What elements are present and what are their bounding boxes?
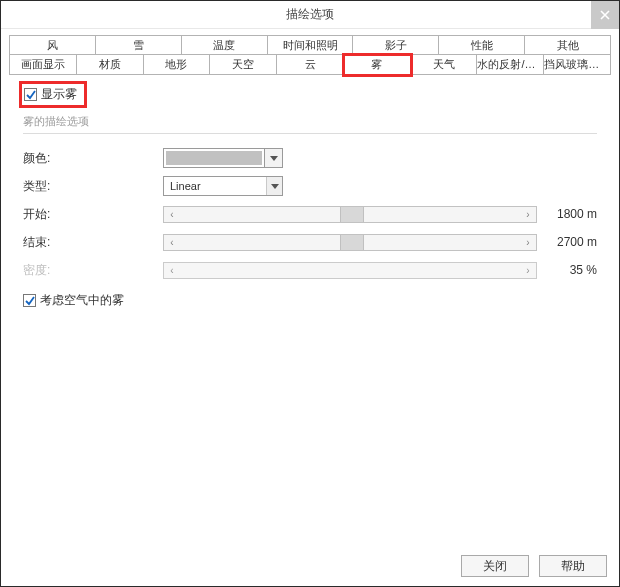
label-density: 密度:	[23, 262, 163, 279]
label-color: 颜色:	[23, 150, 163, 167]
dialog-title: 描绘选项	[286, 6, 334, 23]
show-fog-checkbox[interactable]	[24, 88, 37, 101]
dialog-window: 描绘选项 风 雪 温度 时间和照明 影子 性能 其他 画面显示 材质 地形 天空…	[0, 0, 620, 587]
fog-options-group: 雾的描绘选项 颜色: 类型: Linear	[23, 114, 597, 309]
tab-terrain[interactable]: 地形	[144, 55, 211, 75]
color-swatch	[166, 151, 262, 165]
consider-air-label: 考虑空气中的雾	[40, 292, 124, 309]
tab-material[interactable]: 材质	[77, 55, 144, 75]
start-slider[interactable]: ‹ ›	[163, 206, 537, 223]
tab-windshield-rain[interactable]: 挡风玻璃上的雨水	[544, 55, 611, 75]
tab-time-lighting[interactable]: 时间和照明	[268, 35, 354, 55]
color-dropdown[interactable]	[163, 148, 283, 168]
row-color: 颜色:	[23, 144, 597, 172]
slider-right-arrow: ›	[520, 265, 536, 276]
tab-weather[interactable]: 天气	[411, 55, 478, 75]
slider-left-arrow[interactable]: ‹	[164, 237, 180, 248]
tabs: 风 雪 温度 时间和照明 影子 性能 其他 画面显示 材质 地形 天空 云 雾 …	[1, 29, 619, 75]
titlebar: 描绘选项	[1, 1, 619, 29]
row-density: 密度: ‹ › 35 %	[23, 256, 597, 284]
label-type: 类型:	[23, 178, 163, 195]
close-button[interactable]: 关闭	[461, 555, 529, 577]
chevron-down-icon	[271, 184, 279, 189]
density-slider: ‹ ›	[163, 262, 537, 279]
slider-left-arrow: ‹	[164, 265, 180, 276]
consider-air-row: 考虑空气中的雾	[23, 292, 124, 309]
tab-shadow[interactable]: 影子	[353, 35, 439, 55]
tab-cloud[interactable]: 云	[277, 55, 344, 75]
close-icon[interactable]	[591, 1, 619, 29]
type-select-value: Linear	[164, 180, 266, 192]
slider-track[interactable]	[180, 207, 520, 222]
dialog-footer: 关闭 帮助	[1, 546, 619, 586]
slider-left-arrow[interactable]: ‹	[164, 209, 180, 220]
consider-air-checkbox[interactable]	[23, 294, 36, 307]
density-value: 35 %	[537, 263, 597, 277]
type-select-button[interactable]	[266, 177, 282, 195]
slider-track	[180, 263, 520, 278]
slider-thumb[interactable]	[340, 207, 364, 222]
tab-wind[interactable]: 风	[9, 35, 96, 55]
tab-performance[interactable]: 性能	[439, 35, 525, 55]
row-end: 结束: ‹ › 2700 m	[23, 228, 597, 256]
show-fog-label: 显示雾	[41, 86, 77, 103]
slider-right-arrow[interactable]: ›	[520, 237, 536, 248]
tab-row-2: 画面显示 材质 地形 天空 云 雾 天气 水的反射/浪水 挡风玻璃上的雨水	[9, 55, 611, 75]
type-select[interactable]: Linear	[163, 176, 283, 196]
tab-sky[interactable]: 天空	[210, 55, 277, 75]
end-slider[interactable]: ‹ ›	[163, 234, 537, 251]
chevron-down-icon	[270, 156, 278, 161]
start-value: 1800 m	[537, 207, 597, 221]
label-end: 结束:	[23, 234, 163, 251]
tab-row-1: 风 雪 温度 时间和照明 影子 性能 其他	[9, 35, 611, 55]
tab-fog[interactable]: 雾	[344, 55, 411, 75]
row-type: 类型: Linear	[23, 172, 597, 200]
row-start: 开始: ‹ › 1800 m	[23, 200, 597, 228]
label-start: 开始:	[23, 206, 163, 223]
color-dropdown-button[interactable]	[264, 149, 282, 167]
slider-right-arrow[interactable]: ›	[520, 209, 536, 220]
help-button[interactable]: 帮助	[539, 555, 607, 577]
tab-temperature[interactable]: 温度	[182, 35, 268, 55]
show-fog-row: 显示雾	[23, 85, 83, 104]
tab-display[interactable]: 画面显示	[9, 55, 77, 75]
slider-track[interactable]	[180, 235, 520, 250]
tab-snow[interactable]: 雪	[96, 35, 182, 55]
tab-water-reflection[interactable]: 水的反射/浪水	[477, 55, 544, 75]
slider-thumb[interactable]	[340, 235, 364, 250]
end-value: 2700 m	[537, 235, 597, 249]
tab-content: 显示雾 雾的描绘选项 颜色: 类型: Linear	[9, 75, 611, 546]
group-divider	[23, 133, 597, 134]
group-title: 雾的描绘选项	[23, 114, 597, 131]
tab-other[interactable]: 其他	[525, 35, 611, 55]
